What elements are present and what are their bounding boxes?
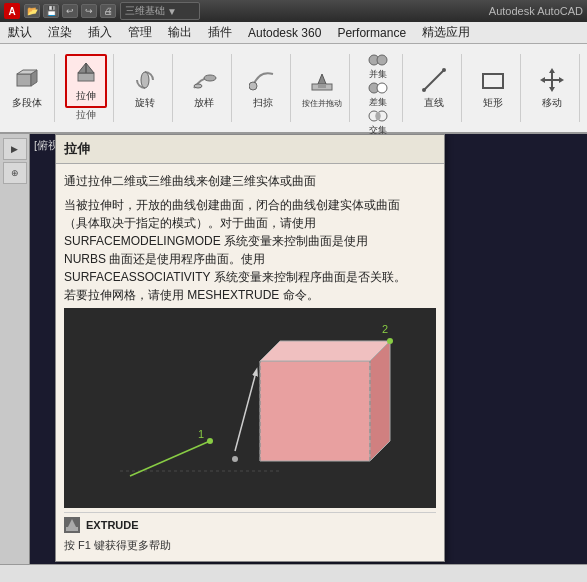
- menu-item-insert[interactable]: 插入: [80, 22, 120, 43]
- tool-group-sweep: 扫掠: [242, 54, 291, 122]
- svg-marker-36: [260, 361, 370, 461]
- svg-marker-25: [549, 68, 555, 73]
- rect-buttons: 矩形: [472, 54, 514, 122]
- tool-loft[interactable]: 放样: [183, 61, 225, 115]
- ribbon-content: 多段体 拉伸 拉伸: [0, 44, 587, 132]
- app-title: Autodesk AutoCAD: [489, 5, 583, 17]
- save-icon[interactable]: 💾: [43, 4, 59, 18]
- tool-union[interactable]: 并集: [360, 54, 396, 80]
- svg-marker-28: [559, 77, 564, 83]
- extrude-group-label: 拉伸: [76, 108, 96, 122]
- presspull-icon: [308, 68, 336, 96]
- workspace-selector[interactable]: 三维基础 ▼: [120, 2, 200, 20]
- menu-item-plugins[interactable]: 插件: [200, 22, 240, 43]
- canvas-area: [俯视]二维 拉伸 通过拉伸二维或三维曲线来创建三维实体或曲面 当被拉伸时，开放…: [30, 134, 587, 564]
- subtract-label: 差集: [369, 96, 387, 109]
- status-bar: [0, 564, 587, 582]
- menu-item-output[interactable]: 输出: [160, 22, 200, 43]
- revolve-buttons: 旋转: [124, 54, 166, 122]
- tool-presspull[interactable]: 按住并拖动: [301, 61, 343, 115]
- sweep-buttons: 扫掠: [242, 54, 284, 122]
- tool-subtract[interactable]: 差集: [360, 82, 396, 108]
- print-icon[interactable]: 🖨: [100, 4, 116, 18]
- svg-marker-27: [540, 77, 545, 83]
- undo-icon[interactable]: ↩: [62, 4, 78, 18]
- left-tool-1[interactable]: ▶: [3, 138, 27, 160]
- title-bar-icons: 📂 💾 ↩ ↪ 🖨: [24, 4, 116, 18]
- union-icon: [368, 53, 388, 67]
- tooltip-body: 通过拉伸二维或三维曲线来创建三维实体或曲面 当被拉伸时，开放的曲线创建曲面，闭合…: [56, 164, 444, 561]
- tooltip-title: 拉伸: [56, 135, 444, 164]
- move-label: 移动: [542, 96, 562, 110]
- svg-point-40: [387, 338, 393, 344]
- redo-icon[interactable]: ↪: [81, 4, 97, 18]
- boolean-buttons: 并集 差集: [360, 54, 396, 136]
- extrude-icon: [72, 59, 100, 87]
- svg-marker-38: [260, 341, 390, 361]
- tooltip-line2: （具体取决于指定的模式）。对于曲面，请使用: [64, 216, 316, 230]
- union-label: 并集: [369, 68, 387, 81]
- revolve-icon: [131, 66, 159, 94]
- tool-group-buttons: 多段体: [6, 54, 48, 122]
- open-icon[interactable]: 📂: [24, 4, 40, 18]
- tool-group-rect: 矩形: [472, 54, 521, 122]
- menu-item-default[interactable]: 默认: [0, 22, 40, 43]
- svg-point-21: [442, 68, 446, 72]
- tool-group-presspull: 按住并拖动: [301, 54, 350, 122]
- polysolid-label: 多段体: [12, 96, 42, 110]
- svg-line-19: [424, 70, 444, 90]
- command-icon: [64, 517, 80, 533]
- svg-point-20: [422, 88, 426, 92]
- svg-point-9: [249, 82, 257, 90]
- svg-rect-3: [78, 73, 94, 81]
- tool-move[interactable]: 移动: [531, 61, 573, 115]
- loft-buttons: 放样: [183, 54, 225, 122]
- svg-marker-37: [370, 341, 390, 461]
- menu-item-featured[interactable]: 精选应用: [414, 22, 478, 43]
- menu-item-a360[interactable]: Autodesk 360: [240, 22, 329, 43]
- line-label: 直线: [424, 96, 444, 110]
- svg-rect-22: [483, 74, 503, 88]
- tool-extrude[interactable]: 拉伸: [65, 54, 107, 108]
- move-buttons: 移动: [531, 54, 573, 122]
- tool-sweep[interactable]: 扫掠: [242, 61, 284, 115]
- svg-point-6: [141, 72, 149, 88]
- tooltip-line1: 当被拉伸时，开放的曲线创建曲面，闭合的曲线创建实体或曲面: [64, 198, 400, 212]
- left-tool-2[interactable]: ⊕: [3, 162, 27, 184]
- menu-item-manage[interactable]: 管理: [120, 22, 160, 43]
- polysolid-icon: [13, 66, 41, 94]
- tooltip-help: 按 F1 键获得更多帮助: [64, 538, 436, 553]
- menu-item-performance[interactable]: Performance: [329, 22, 414, 43]
- tooltip-detail: 当被拉伸时，开放的曲线创建曲面，闭合的曲线创建实体或曲面 （具体取决于指定的模式…: [64, 196, 436, 304]
- tooltip-footer: EXTRUDE: [64, 512, 436, 535]
- svg-point-7: [194, 84, 202, 88]
- svg-point-14: [377, 55, 387, 65]
- tooltip-diagram: 1 2: [64, 308, 436, 508]
- tooltip-popup: 拉伸 通过拉伸二维或三维曲线来创建三维实体或曲面 当被拉伸时，开放的曲线创建曲面…: [55, 134, 445, 562]
- boolean-vert: 并集 差集: [360, 54, 396, 136]
- left-panel: ▶ ⊕: [0, 134, 30, 564]
- tooltip-line5: SURFACEASSOCIATIVITY 系统变量来控制程序曲面是否关联。: [64, 270, 406, 284]
- subtract-icon: [368, 81, 388, 95]
- tool-line[interactable]: 直线: [413, 61, 455, 115]
- tool-group-loft: 放样: [183, 54, 232, 122]
- svg-point-16: [377, 83, 387, 93]
- presspull-buttons: 按住并拖动: [301, 54, 343, 122]
- svg-rect-12: [318, 84, 326, 88]
- tool-intersect[interactable]: 交集: [360, 110, 396, 136]
- command-name: EXTRUDE: [86, 519, 139, 531]
- menu-bar: 默认 渲染 插入 管理 输出 插件 Autodesk 360 Performan…: [0, 22, 587, 44]
- svg-text:2: 2: [382, 323, 388, 335]
- menu-item-render[interactable]: 渲染: [40, 22, 80, 43]
- tooltip-line4: NURBS 曲面还是使用程序曲面。使用: [64, 252, 265, 266]
- tooltip-line6: 若要拉伸网格，请使用 MESHEXTRUDE 命令。: [64, 288, 319, 302]
- tool-polysolid[interactable]: 多段体: [6, 61, 48, 115]
- move-icon: [538, 66, 566, 94]
- sweep-label: 扫掠: [253, 96, 273, 110]
- tool-revolve[interactable]: 旋转: [124, 61, 166, 115]
- svg-rect-47: [66, 527, 78, 531]
- line-icon: [420, 66, 448, 94]
- main-area: ▶ ⊕ [俯视]二维 拉伸 通过拉伸二维或三维曲线来创建三维实体或曲面 当被拉伸…: [0, 134, 587, 564]
- tool-rect[interactable]: 矩形: [472, 61, 514, 115]
- svg-marker-11: [318, 74, 326, 84]
